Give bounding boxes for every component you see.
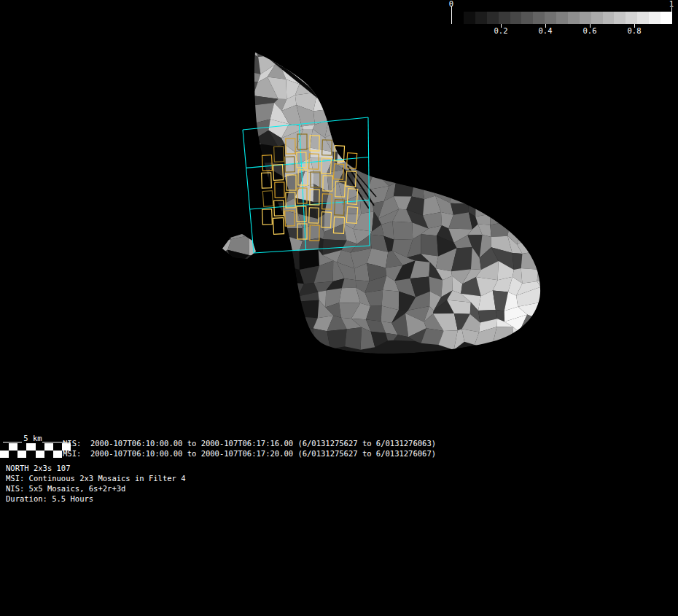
colorbar-gradient <box>464 12 672 24</box>
colorbar-step <box>649 12 661 24</box>
status-line-nis: NIS: 2000-107T06:10:00.00 to 2000-107T06… <box>63 440 436 448</box>
msi-frame <box>262 209 273 225</box>
colorbar-tick-label: 0.2 <box>488 27 513 35</box>
colorbar-step <box>545 12 556 24</box>
colorbar-step <box>499 12 510 24</box>
colorbar-step <box>487 12 499 24</box>
colorbar-tick-label: 0.6 <box>577 27 602 35</box>
checker-cell <box>0 451 9 458</box>
checker-cell <box>17 451 26 458</box>
colorbar-step <box>661 12 672 24</box>
checker-cell <box>36 443 44 451</box>
scale-bar-label: 5 km <box>20 434 45 442</box>
colorbar-tick-label: 0.8 <box>622 27 647 35</box>
colorbar-step <box>591 12 603 24</box>
msi-frame <box>262 191 273 207</box>
visualization-window: 0 1 0.20.40.60.8 5 km NIS: 2000-107T06:1… <box>0 0 678 616</box>
colorbar-step <box>556 12 568 24</box>
checker-cell <box>17 443 26 451</box>
checker-cell <box>9 443 17 451</box>
colorbar-step <box>626 12 637 24</box>
checker-cell <box>53 451 62 458</box>
nis-grid-line <box>243 130 254 253</box>
asteroid-shape-model <box>212 37 555 354</box>
colorbar-zero-tick <box>451 7 452 24</box>
scale-bar-line-left <box>3 442 22 442</box>
checker-cell <box>44 443 53 451</box>
checker-cell <box>9 451 17 458</box>
asteroid-3d-viewport[interactable] <box>0 0 678 616</box>
checker-cell <box>53 443 62 451</box>
info-line: Duration: 5.5 Hours <box>6 495 93 503</box>
colorbar-step <box>614 12 626 24</box>
colorbar-step <box>510 12 522 24</box>
info-line: MSI: Continuous 2x3 Mosaics in Filter 4 <box>6 475 186 483</box>
checker-cell <box>44 451 53 458</box>
colorbar-step <box>521 12 533 24</box>
checker-cell <box>26 451 35 458</box>
scale-bar-checkerboard <box>0 443 71 458</box>
colorbar-step <box>568 12 580 24</box>
colorbar-step <box>580 12 591 24</box>
checker-cell <box>0 443 9 451</box>
colorbar-step <box>637 12 649 24</box>
status-line-msi: MSI: 2000-107T06:10:00.00 to 2000-107T06… <box>63 450 436 458</box>
info-line: NIS: 5x5 Mosaics, 6s+2r+3d <box>6 485 125 493</box>
checker-cell <box>36 451 44 458</box>
checker-cell <box>26 443 35 451</box>
colorbar-step <box>464 12 475 24</box>
colorbar-step <box>475 12 487 24</box>
msi-frame <box>273 218 284 235</box>
info-line: NORTH 2x3s 107 <box>6 464 71 472</box>
colorbar-step <box>603 12 615 24</box>
colorbar-step <box>533 12 545 24</box>
colorbar-tick-label: 0.4 <box>533 27 558 35</box>
